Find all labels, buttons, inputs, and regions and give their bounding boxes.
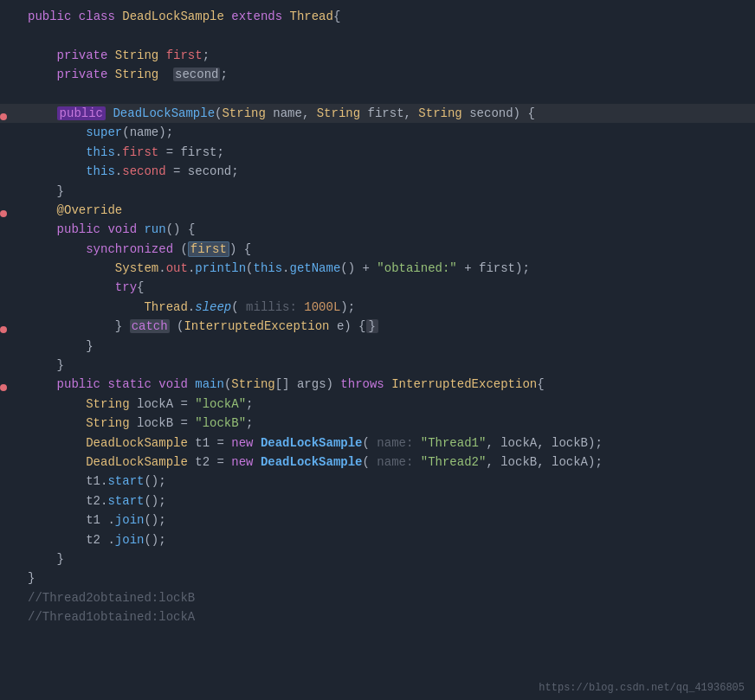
code-line: public DeadLockSample(String name, Strin… — [0, 104, 755, 123]
line-content: DeadLockSample t2 = new DeadLockSample( … — [24, 453, 748, 472]
code-line: public class DeadLockSample extends Thre… — [0, 7, 755, 26]
line-content: t1.start(); — [24, 472, 748, 491]
line-content: private String first; — [24, 46, 748, 65]
code-line: String lockA = "lockA"; — [0, 395, 755, 414]
code-line: super(name); — [0, 123, 755, 142]
line-content: DeadLockSample t1 = new DeadLockSample( … — [24, 433, 748, 453]
line-content: } — [24, 182, 748, 201]
line-content: @Override — [24, 201, 748, 220]
line-content: } — [24, 356, 748, 375]
code-line: synchronized (first) { — [0, 240, 755, 259]
code-line: public static void main(String[] args) t… — [0, 375, 755, 394]
code-line: t1.start(); — [0, 472, 755, 491]
code-line: t1 .join(); — [0, 511, 755, 530]
code-line: DeadLockSample t2 = new DeadLockSample( … — [0, 453, 755, 472]
line-content: public class DeadLockSample extends Thre… — [24, 7, 748, 26]
line-content: t2 .join(); — [24, 530, 748, 549]
line-content: t1 .join(); — [24, 511, 748, 530]
line-content: this.first = first; — [24, 143, 748, 162]
line-content: public void run() { — [24, 220, 748, 239]
code-line — [0, 85, 755, 104]
code-line: try{ — [0, 278, 755, 297]
code-line-catch: } catch (InterruptedException e) {} — [0, 317, 755, 336]
code-line: } — [0, 182, 755, 201]
line-content — [24, 85, 748, 104]
code-line: DeadLockSample t1 = new DeadLockSample( … — [0, 433, 755, 453]
line-content: String lockB = "lockB"; — [24, 414, 748, 433]
line-content: } — [24, 549, 748, 568]
code-line-output: //Thread2obtained:lockB — [0, 588, 755, 607]
code-line: private String second; — [0, 65, 755, 84]
code-line: System.out.println(this.getName() + "obt… — [0, 259, 755, 278]
line-content: System.out.println(this.getName() + "obt… — [24, 259, 748, 278]
code-line: } — [0, 337, 755, 356]
code-line: Thread.sleep( millis: 1000L); — [0, 298, 755, 317]
line-content: //Thread1obtained:lockA — [24, 607, 748, 626]
code-line: @Override — [0, 201, 755, 220]
code-editor: public class DeadLockSample extends Thre… — [0, 0, 755, 634]
code-line: this.first = first; — [0, 143, 755, 162]
code-line: t2 .join(); — [0, 530, 755, 549]
line-content — [24, 26, 748, 45]
line-content: } — [24, 568, 748, 588]
line-content: try{ — [24, 278, 748, 297]
code-line: this.second = second; — [0, 162, 755, 181]
line-content: public DeadLockSample(String name, Strin… — [24, 104, 748, 123]
line-content: String lockA = "lockA"; — [24, 395, 748, 414]
code-line: private String first; — [0, 46, 755, 65]
line-content: } — [24, 337, 748, 356]
line-content: t2.start(); — [24, 491, 748, 511]
code-line-output: //Thread1obtained:lockA — [0, 607, 755, 626]
line-content: super(name); — [24, 123, 748, 142]
bottom-bar: https://blog.csdn.net/qq_41936805 — [0, 677, 755, 700]
code-line: public void run() { — [0, 220, 755, 239]
line-content: } catch (InterruptedException e) {} — [24, 317, 748, 336]
code-line — [0, 26, 755, 45]
code-line: } — [0, 356, 755, 375]
line-content: private String second; — [24, 65, 748, 84]
code-line: String lockB = "lockB"; — [0, 414, 755, 433]
line-content: Thread.sleep( millis: 1000L); — [24, 298, 748, 317]
line-content: //Thread2obtained:lockB — [24, 588, 748, 607]
code-line: } — [0, 568, 755, 588]
code-line: } — [0, 549, 755, 568]
code-line: t2.start(); — [0, 491, 755, 511]
line-content: synchronized (first) { — [24, 240, 748, 259]
line-content: this.second = second; — [24, 162, 748, 181]
url-link: https://blog.csdn.net/qq_41936805 — [539, 680, 745, 697]
line-content: public static void main(String[] args) t… — [24, 375, 748, 394]
